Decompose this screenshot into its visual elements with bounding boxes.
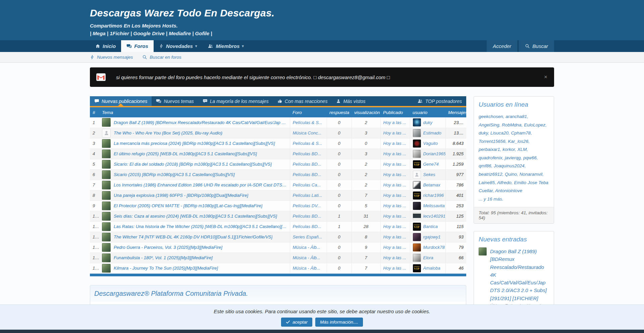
thread-title-link[interactable]: The Who - Who Are You (Box Set) (2025, B… [114, 130, 222, 135]
thread-title-link[interactable]: Pedro Guerra - Parceiros, Vol. 3 (2025)[… [114, 245, 222, 250]
nav-tab-foros[interactable]: Foros [121, 40, 154, 52]
forum-link[interactable]: Películas Ca... [293, 182, 321, 187]
close-icon[interactable]: × [543, 74, 549, 80]
username-link[interactable]: Estimado [423, 130, 441, 135]
thread-title-link[interactable]: Una pareja explosiva (1998) 60FPS - [BDR… [114, 193, 248, 198]
online-user-link[interactable]: Alfredo [497, 180, 512, 185]
forum-link[interactable]: Películas BD... [293, 162, 321, 167]
published-link[interactable]: Hoy a las ... [383, 120, 407, 125]
published-link[interactable]: Hoy a las ... [383, 266, 407, 271]
thread-title-link[interactable]: Dragon Ball Z (1989) [BDRemux Reescalado… [114, 120, 287, 125]
username-link[interactable]: Gene74 [423, 162, 439, 167]
username-link[interactable]: Melissavita [423, 203, 445, 208]
online-user-link[interactable]: pqw66 [523, 155, 537, 160]
thread-title-link[interactable]: Los Inmortales (1986) Enhanced Edition 1… [114, 182, 287, 187]
username-link[interactable]: Murdock78 [423, 245, 445, 250]
online-user-link[interactable]: beatriz6912 [479, 172, 502, 177]
nav-tab-novedades[interactable]: Novedades▾ [154, 40, 203, 52]
username-link[interactable]: Betamax [423, 182, 440, 187]
username-link[interactable]: Elora [423, 255, 433, 260]
online-user-link[interactable]: RobMdna [502, 122, 522, 127]
username-link[interactable]: Dorian1965 [423, 151, 446, 156]
published-link[interactable]: Hoy a las ... [383, 245, 407, 250]
published-link[interactable]: Hoy a las ... [383, 162, 407, 167]
online-user-link[interactable]: Torrent15656 [479, 139, 505, 144]
online-user-link[interactable]: Lisuca20 [490, 130, 508, 135]
online-user-link[interactable]: Nonaramvil [520, 172, 542, 177]
tab-nuevas-publicaciones[interactable]: Nuevas publicaciones [90, 96, 152, 106]
online-user-link[interactable]: EuloLopez [524, 122, 545, 127]
accept-cookies-button[interactable]: aceptar [281, 318, 312, 327]
forum-link[interactable]: Música - Álb... [293, 245, 320, 250]
forum-link[interactable]: Música Conc... [293, 130, 322, 135]
forum-link[interactable]: Series Españ... [293, 234, 322, 239]
online-user-link[interactable]: Kar_los26 [508, 139, 528, 144]
forum-link[interactable]: Películas BD... [293, 151, 321, 156]
tab-la-mayor-a-de-los-mensajes[interactable]: La mayoría de los mensajes [198, 96, 273, 106]
published-link[interactable]: Hoy a las ... [383, 193, 407, 198]
online-user-link[interactable]: arancha81 [505, 114, 527, 119]
forum-link[interactable]: Películas BD... [293, 224, 321, 229]
forum-link[interactable]: Películas & S... [293, 120, 322, 125]
username-link[interactable]: duky [423, 120, 432, 125]
published-link[interactable]: Hoy a las ... [383, 141, 407, 146]
published-link[interactable]: Hoy a las ... [383, 203, 407, 208]
tab-nuevos-temas[interactable]: Nuevos temas [152, 96, 198, 106]
tab-con-mas-reacciones[interactable]: Con mas reacciones [273, 96, 332, 106]
published-link[interactable]: Hoy a las ... [383, 234, 407, 239]
online-user-link[interactable]: javierqg [505, 155, 521, 160]
more-info-button[interactable]: Más información.... [315, 318, 363, 327]
forum-link[interactable]: Música - Álb... [293, 266, 320, 271]
online-user-link[interactable]: XLM [518, 147, 527, 152]
thread-title-link[interactable]: El Protector (2005) OPEN MATTE - [BDRip … [114, 203, 262, 208]
published-link[interactable]: Hoy a las ... [383, 214, 407, 219]
username-link[interactable]: Bantica [423, 224, 438, 229]
online-user-link[interactable]: duky [479, 130, 488, 135]
entry-title-link[interactable]: Dragon Ball Z (1989) [BDRemux Reescalado… [490, 247, 549, 302]
thread-title-link[interactable]: Las Ratas: Una historia de The Witcher (… [114, 224, 287, 229]
username-link[interactable]: lecv140291 [423, 214, 446, 219]
username-link[interactable]: Amaloba [423, 266, 440, 271]
online-user-link[interactable]: korkor [502, 147, 515, 152]
username-link[interactable]: rgajowy1 [423, 234, 441, 239]
forum-link[interactable]: Películas BD... [293, 172, 321, 177]
online-user-link[interactable]: Laine85 [479, 180, 495, 185]
thread-title-link[interactable]: The Witcher T4 [NTF WEB-DL 4K 2160p DV H… [114, 234, 272, 239]
thread-title-link[interactable]: Seis días: Caza al asesino (2024) [WEB-D… [114, 214, 277, 219]
online-user-link[interactable]: quadrofenix [479, 155, 502, 160]
online-user-link[interactable]: Cpham78 [511, 130, 531, 135]
published-link[interactable]: Hoy a las ... [383, 224, 407, 229]
username-link[interactable]: Sekes [423, 172, 435, 177]
published-link[interactable]: Hoy a las ... [383, 151, 407, 156]
thread-title-link[interactable]: Funambulista - 180º, Vol. 1 (2025)[Mp3][… [114, 255, 213, 260]
forum-link[interactable]: Películas DV... [293, 203, 321, 208]
forum-link[interactable]: Películas Lati... [293, 193, 322, 198]
online-user-link[interactable]: Quino [505, 172, 517, 177]
published-link[interactable]: Hoy a las ... [383, 182, 407, 187]
published-link[interactable]: Hoy a las ... [383, 255, 407, 260]
online-user-link[interactable]: geekchosen [479, 114, 503, 119]
tab-m-s-vistos[interactable]: Más vistos [332, 96, 370, 106]
forum-link[interactable]: Películas BD... [293, 214, 321, 219]
thread-title-link[interactable]: La mercancía más preciosa (2024) [BDRip … [114, 141, 275, 146]
new-messages-link[interactable]: Nuevos mensajes [90, 55, 133, 60]
forum-link[interactable]: Películas & S... [293, 141, 322, 146]
search-button[interactable]: Buscar [519, 40, 554, 52]
nav-tab-inicio[interactable]: Inicio [90, 40, 121, 52]
thread-title-link[interactable]: Kilmara - Journey To The Sun (2025)[Mp3]… [114, 266, 218, 271]
username-link[interactable]: richar1996 [423, 193, 444, 198]
nav-tab-miembros[interactable]: Miembros▾ [202, 40, 249, 52]
online-user-link[interactable]: perbaixar1 [479, 147, 500, 152]
online-user-link[interactable]: Antonioinlove [495, 188, 522, 193]
online-user-link[interactable]: qmf86 [479, 163, 491, 168]
online-user-link[interactable]: AngelSing [479, 122, 499, 127]
thread-title-link[interactable]: Sicario (2015) [BDRip m1080p][AC3 5.1 Ca… [114, 172, 235, 177]
forum-link[interactable]: Música - Álb... [293, 255, 320, 260]
search-forums-link[interactable]: Buscar en foros [142, 55, 181, 60]
username-link[interactable]: Vaguito [423, 141, 438, 146]
thread-title-link[interactable]: El último refugio (2025) [WEB-DL m1080p]… [114, 151, 257, 156]
published-link[interactable]: Hoy a las ... [383, 172, 407, 177]
tab-top-posteadores[interactable]: TOP posteadores [413, 96, 466, 106]
thread-title-link[interactable]: Sicario: El día del soldado (2018) [BDRi… [114, 162, 272, 167]
online-user-link[interactable]: Joaquinus2024 [494, 163, 525, 168]
